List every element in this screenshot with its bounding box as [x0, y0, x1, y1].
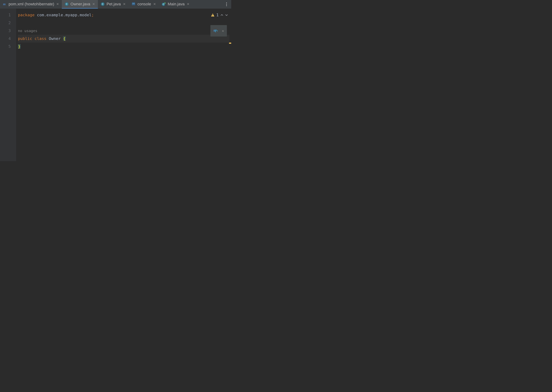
svg-marker-17: [217, 30, 218, 32]
warning-icon: [211, 13, 215, 17]
usages-text: no usages: [18, 29, 37, 33]
error-stripe[interactable]: [229, 9, 231, 161]
svg-text:C: C: [66, 3, 68, 5]
close-icon[interactable]: ✕: [153, 2, 156, 6]
svg-rect-15: [213, 16, 213, 16]
tab-console[interactable]: console ✕: [129, 0, 159, 9]
inlay-usages-hint[interactable]: no usages: [18, 27, 229, 35]
chevron-down-icon[interactable]: [225, 14, 228, 16]
close-icon[interactable]: ✕: [222, 27, 224, 35]
tab-label: Main.java: [168, 2, 185, 7]
svg-text:C: C: [102, 3, 104, 5]
svg-point-11: [226, 4, 227, 5]
tab-label: pom.xml (howtohibernate): [9, 2, 54, 7]
warning-count: 1: [216, 11, 219, 19]
code-editor[interactable]: package com.example.myapp.model; no usag…: [16, 9, 231, 161]
tabbar-spacer: [192, 0, 223, 9]
tab-main-java[interactable]: C Main.java ✕: [159, 0, 192, 9]
line-number: 3: [0, 27, 16, 35]
tabbar-more-button[interactable]: [223, 0, 230, 9]
java-class-icon: C: [101, 2, 105, 6]
ide-editor-root: m pom.xml (howtohibernate) ✕ C Owner.jav…: [0, 0, 231, 161]
svg-point-10: [226, 2, 227, 3]
tab-label: console: [137, 2, 151, 7]
code-text: com.example.myapp.model: [35, 13, 92, 17]
tab-owner-java[interactable]: C Owner.java ✕: [62, 0, 98, 9]
editor-area: 1 2 3 4 5 package com.example.myapp.mode…: [0, 9, 231, 161]
keyword: class: [35, 36, 46, 41]
brace-open: {: [63, 36, 66, 41]
svg-text:C: C: [163, 3, 164, 6]
tab-pet-java[interactable]: C Pet.java ✕: [98, 0, 129, 9]
code-line: }: [18, 43, 229, 50]
tab-pom-xml[interactable]: m pom.xml (howtohibernate) ✕: [0, 0, 62, 9]
editor-tabbar: m pom.xml (howtohibernate) ✕ C Owner.jav…: [0, 0, 231, 9]
svg-text:m: m: [214, 28, 216, 32]
close-icon[interactable]: ✕: [56, 2, 59, 6]
maven-icon: m: [3, 2, 7, 6]
keyword: public: [18, 36, 32, 41]
chevron-up-icon[interactable]: [221, 14, 223, 16]
svg-marker-9: [165, 2, 166, 4]
svg-point-6: [134, 3, 134, 4]
code-line-current: public class Owner {: [18, 35, 229, 43]
close-icon[interactable]: ✕: [123, 2, 126, 6]
warning-marker[interactable]: [229, 43, 231, 44]
punctuation: ;: [92, 13, 94, 17]
class-name: Owner: [49, 36, 61, 41]
java-run-icon: C: [162, 2, 166, 6]
keyword: package: [18, 13, 35, 17]
code-line: package com.example.myapp.model;: [18, 11, 229, 19]
tab-label: Pet.java: [107, 2, 121, 7]
svg-point-5: [133, 3, 133, 4]
svg-text:m: m: [3, 2, 6, 6]
postgres-icon: [131, 2, 136, 6]
line-number: 2: [0, 19, 16, 27]
java-class-icon: C: [65, 2, 69, 6]
close-icon[interactable]: ✕: [187, 2, 189, 6]
line-number: 4: [0, 35, 16, 43]
inspection-widget[interactable]: 1: [211, 11, 228, 19]
line-number-gutter[interactable]: 1 2 3 4 5: [0, 9, 16, 161]
svg-rect-14: [213, 14, 213, 15]
maven-reload-inlay: m ✕: [210, 25, 227, 36]
svg-point-12: [226, 5, 227, 6]
close-icon[interactable]: ✕: [92, 2, 95, 6]
tab-label: Owner.java: [71, 2, 90, 7]
code-line-empty: [18, 19, 229, 27]
maven-reload-icon[interactable]: m: [213, 28, 219, 33]
brace-close: }: [18, 44, 21, 49]
line-number: 5: [0, 43, 16, 50]
line-number: 1: [0, 11, 16, 19]
